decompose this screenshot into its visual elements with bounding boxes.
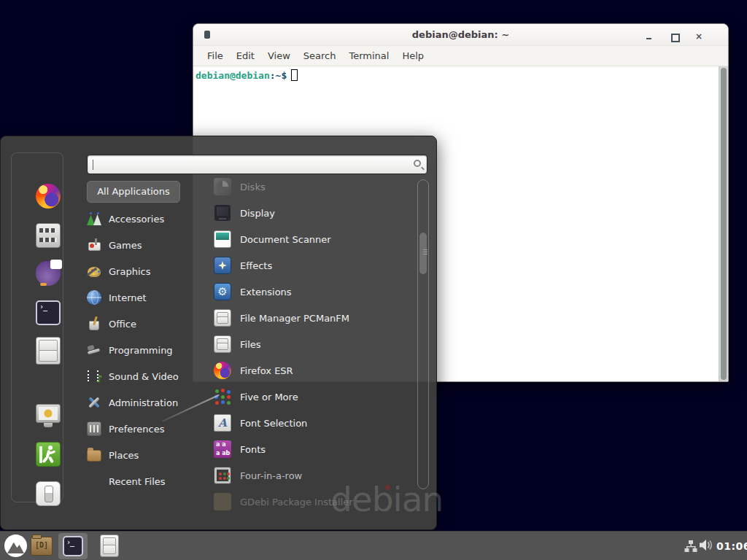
firefox-icon[interactable] — [36, 184, 61, 209]
menu-search[interactable]: Search — [297, 47, 343, 64]
text-caret — [93, 160, 93, 170]
menu-file[interactable]: File — [201, 47, 230, 64]
app-fonts[interactable]: Fonts — [211, 436, 414, 462]
firefox-icon — [214, 362, 231, 379]
pidgin-icon[interactable] — [36, 261, 61, 286]
category-places[interactable]: Places — [87, 442, 204, 468]
menu-terminal[interactable]: Terminal — [342, 47, 395, 64]
app-display[interactable]: Display — [211, 200, 414, 226]
administration-icon — [87, 395, 101, 410]
preferences-icon — [87, 421, 101, 436]
menu-help[interactable]: Help — [395, 47, 430, 64]
power-icon[interactable] — [36, 481, 61, 506]
file-cabinet-icon[interactable] — [100, 534, 119, 557]
clock[interactable]: 01:06 — [716, 540, 747, 552]
games-icon — [87, 238, 101, 252]
prompt-user-host: debian@debian — [196, 70, 270, 81]
close-button[interactable]: × — [694, 32, 703, 41]
network-icon[interactable] — [684, 540, 697, 552]
category-accessories[interactable]: Accessories — [87, 206, 204, 232]
category-preferences[interactable]: Preferences — [87, 416, 204, 442]
accessories-icon — [87, 211, 101, 226]
app-firefox-esr[interactable]: Firefox ESR — [211, 357, 414, 384]
categories-list: Accessories Games Graphics Internet Offi… — [87, 206, 204, 494]
taskbar-terminal-button[interactable] — [58, 533, 88, 559]
graphics-icon — [87, 264, 101, 279]
gdebi-icon — [214, 493, 231, 510]
app-document-scanner[interactable]: Document Scanner — [211, 226, 414, 252]
menu-view[interactable]: View — [261, 47, 297, 64]
app-five-or-more[interactable]: Five or More — [211, 384, 414, 410]
display-icon — [214, 204, 231, 222]
watermark-red-dot — [385, 485, 390, 490]
app-extensions[interactable]: Extensions — [211, 279, 414, 305]
file-cabinet-icon[interactable] — [36, 337, 61, 365]
volume-icon[interactable] — [700, 539, 713, 551]
effects-icon — [214, 257, 231, 274]
favorites-column — [11, 152, 63, 502]
category-games[interactable]: Games — [87, 232, 204, 258]
terminal-menubar: File Edit View Search Terminal Help — [193, 46, 728, 66]
document-scanner-icon — [214, 230, 231, 248]
lock-screen-icon[interactable] — [36, 404, 61, 423]
app-disks[interactable]: Disks — [211, 174, 414, 200]
terminal-scrollbar[interactable] — [719, 66, 728, 381]
taskbar: 01:06 — [0, 531, 747, 560]
applications-list: Disks Display Document Scanner Effects E… — [211, 174, 414, 515]
category-programming[interactable]: Programming — [87, 337, 204, 363]
fonts-icon — [214, 440, 231, 458]
search-input[interactable] — [92, 157, 408, 172]
search-icon — [414, 160, 421, 167]
terminal-scrollbar-thumb[interactable] — [721, 68, 727, 380]
apps-scrollbar-thumb[interactable] — [419, 233, 427, 274]
keyboard-icon[interactable] — [36, 223, 61, 248]
shell-prompt: debian@debian:~$ — [196, 69, 298, 81]
app-files[interactable]: Files — [211, 331, 414, 357]
terminal-icon — [63, 536, 83, 556]
sound-video-icon — [87, 369, 101, 384]
places-icon — [87, 450, 101, 462]
minimize-button[interactable] — [645, 32, 654, 41]
folder-icon[interactable] — [31, 537, 53, 556]
prompt-suffix: :~$ — [270, 70, 287, 81]
font-selection-icon — [214, 414, 231, 432]
terminal-cursor — [291, 69, 298, 81]
application-menu: All Applications Accessories Games Graph… — [0, 136, 437, 530]
programming-icon — [87, 343, 101, 357]
category-internet[interactable]: Internet — [87, 284, 204, 311]
menu-edit[interactable]: Edit — [230, 47, 261, 64]
disks-icon — [214, 178, 231, 195]
maximize-button[interactable] — [670, 32, 678, 41]
four-in-a-row-icon — [214, 467, 231, 484]
category-sound-video[interactable]: Sound & Video — [87, 363, 204, 389]
log-out-icon[interactable] — [36, 442, 61, 467]
no-icon — [87, 474, 101, 489]
all-applications-button[interactable]: All Applications — [87, 181, 180, 203]
file-manager-icon — [214, 309, 231, 327]
office-icon — [87, 316, 101, 331]
terminal-titlebar[interactable]: debian@debian: ~ × — [193, 24, 728, 46]
app-effects[interactable]: Effects — [211, 252, 414, 279]
app-font-selection[interactable]: Font Selection — [211, 410, 414, 436]
extensions-icon — [214, 283, 231, 300]
app-file-manager-pcmanfm[interactable]: File Manager PCManFM — [211, 305, 414, 331]
menu-button-icon[interactable] — [4, 534, 27, 557]
search-box[interactable] — [87, 155, 427, 174]
apps-scrollbar[interactable] — [417, 179, 429, 489]
category-graphics[interactable]: Graphics — [87, 258, 204, 284]
internet-icon — [87, 290, 101, 305]
category-office[interactable]: Office — [87, 311, 204, 337]
terminal-icon[interactable] — [36, 300, 61, 325]
category-recent-files[interactable]: Recent Files — [87, 468, 204, 494]
category-administration[interactable]: Administration — [87, 389, 204, 416]
files-icon — [214, 335, 231, 353]
